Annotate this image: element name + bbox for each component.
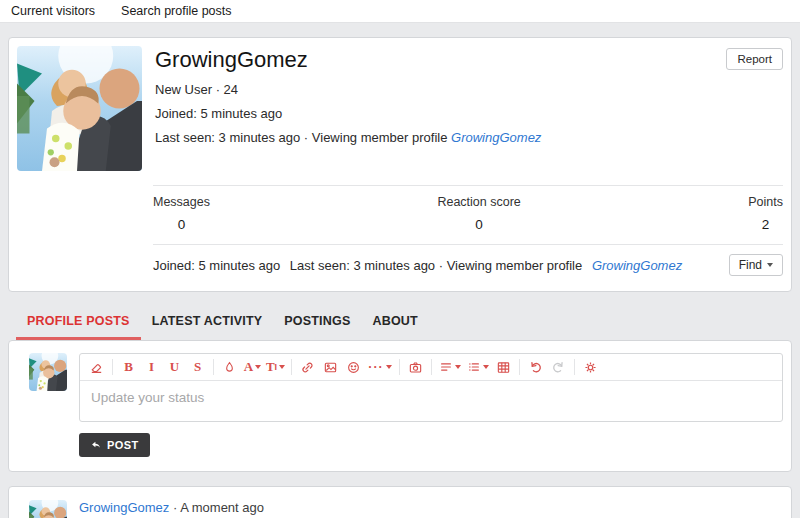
profile-username: GrowingGomez <box>155 47 783 73</box>
joined-line: Joined: 5 minutes ago <box>155 106 783 121</box>
post-timestamp[interactable]: A moment ago <box>180 500 264 515</box>
toolbar-separator <box>291 359 292 375</box>
editor-avatar[interactable] <box>29 353 67 391</box>
nav-search-profile-posts[interactable]: Search profile posts <box>121 4 231 18</box>
stat-messages: Messages 0 <box>153 195 210 232</box>
stat-messages-label[interactable]: Messages <box>153 195 210 209</box>
last-seen-line: Last seen: 3 minutes ago · Viewing membe… <box>155 130 783 145</box>
footer-meta: Joined: 5 minutes ago Last seen: 3 minut… <box>153 258 682 273</box>
stat-reaction-label[interactable]: Reaction score <box>437 195 520 209</box>
report-button[interactable]: Report <box>726 48 783 70</box>
underline-icon[interactable]: U <box>163 357 186 378</box>
chevron-down-icon <box>483 365 489 369</box>
toolbar-separator <box>399 359 400 375</box>
chevron-down-icon <box>255 365 261 369</box>
user-title-age: New User · 24 <box>155 82 783 97</box>
toolbar-separator <box>213 359 214 375</box>
bold-icon[interactable]: B <box>117 357 140 378</box>
toolbar-separator <box>431 359 432 375</box>
italic-icon[interactable]: I <box>140 357 163 378</box>
font-size-letter-i: I <box>275 362 278 372</box>
chevron-down-icon <box>386 365 392 369</box>
post-button[interactable]: POST <box>79 433 150 457</box>
last-seen-text: Last seen: 3 minutes ago · Viewing membe… <box>155 130 447 145</box>
more-dots: ··· <box>368 360 384 374</box>
profile-avatar[interactable] <box>17 46 142 171</box>
post-separator: · <box>173 500 177 515</box>
stat-messages-value: 0 <box>153 217 210 232</box>
toolbar-separator <box>574 359 575 375</box>
reply-arrow-icon <box>90 439 102 451</box>
footer-last-seen: Last seen: 3 minutes ago · Viewing membe… <box>290 258 582 273</box>
tab-about[interactable]: ABOUT <box>361 304 428 340</box>
stat-reaction-score: Reaction score 0 <box>437 195 520 232</box>
status-input[interactable]: Update your status <box>80 381 782 421</box>
chevron-down-icon <box>455 365 461 369</box>
editor-toolbar: B I U S A TI <box>80 354 782 381</box>
font-size-letter-t: T <box>266 359 275 375</box>
nav-current-visitors[interactable]: Current visitors <box>11 4 95 18</box>
chevron-down-icon <box>279 365 285 369</box>
insert-link-icon[interactable] <box>296 357 319 378</box>
profile-stats: Messages 0 Reaction score 0 Points 2 <box>153 185 783 240</box>
profile-footer: Joined: 5 minutes ago Last seen: 3 minut… <box>153 244 783 283</box>
post-avatar[interactable] <box>29 500 67 518</box>
list-icon[interactable] <box>464 357 492 378</box>
profile-header-card: Report GrowingGomez New User · 24 Joined… <box>8 37 792 292</box>
insert-image-icon[interactable] <box>319 357 342 378</box>
font-size-icon[interactable]: TI <box>264 357 287 378</box>
font-color-letter: A <box>244 359 253 375</box>
tab-profile-posts[interactable]: PROFILE POSTS <box>16 304 141 340</box>
undo-icon[interactable] <box>524 357 547 378</box>
stat-points: Points 2 <box>748 195 783 232</box>
footer-joined: Joined: 5 minutes ago <box>153 258 280 273</box>
alignment-icon[interactable] <box>436 357 464 378</box>
tab-latest-activity[interactable]: LATEST ACTIVITY <box>141 304 274 340</box>
font-color-icon[interactable]: A <box>241 357 264 378</box>
strikethrough-icon[interactable]: S <box>186 357 209 378</box>
top-navigation: Current visitors Search profile posts <box>0 0 800 23</box>
remove-format-icon[interactable] <box>85 357 108 378</box>
more-options-icon[interactable]: ··· <box>365 357 395 378</box>
footer-viewing-profile-link[interactable]: GrowingGomez <box>592 258 682 273</box>
text-color-icon[interactable] <box>218 357 241 378</box>
attach-media-icon[interactable] <box>404 357 427 378</box>
profile-tabs: PROFILE POSTS LATEST ACTIVITY POSTINGS A… <box>8 304 792 340</box>
status-editor: B I U S A TI <box>79 353 783 422</box>
toolbar-separator <box>112 359 113 375</box>
post-header: GrowingGomez · A moment ago <box>79 500 783 515</box>
chevron-down-icon <box>767 263 773 267</box>
toolbar-separator <box>519 359 520 375</box>
insert-smilie-icon[interactable] <box>342 357 365 378</box>
profile-post: GrowingGomez · A moment ago Hi everyone!… <box>8 486 792 518</box>
stat-points-value: 2 <box>748 217 783 232</box>
stat-reaction-value: 0 <box>437 217 520 232</box>
find-button-label: Find <box>739 258 762 272</box>
post-author-link[interactable]: GrowingGomez <box>79 500 169 515</box>
find-button[interactable]: Find <box>729 254 783 276</box>
editor-settings-icon[interactable] <box>579 357 602 378</box>
stat-points-label[interactable]: Points <box>748 195 783 209</box>
insert-table-icon[interactable] <box>492 357 515 378</box>
status-editor-card: B I U S A TI <box>8 340 792 472</box>
tab-postings[interactable]: POSTINGS <box>273 304 361 340</box>
viewing-profile-link[interactable]: GrowingGomez <box>451 130 541 145</box>
redo-icon[interactable] <box>547 357 570 378</box>
post-button-label: POST <box>107 439 139 451</box>
